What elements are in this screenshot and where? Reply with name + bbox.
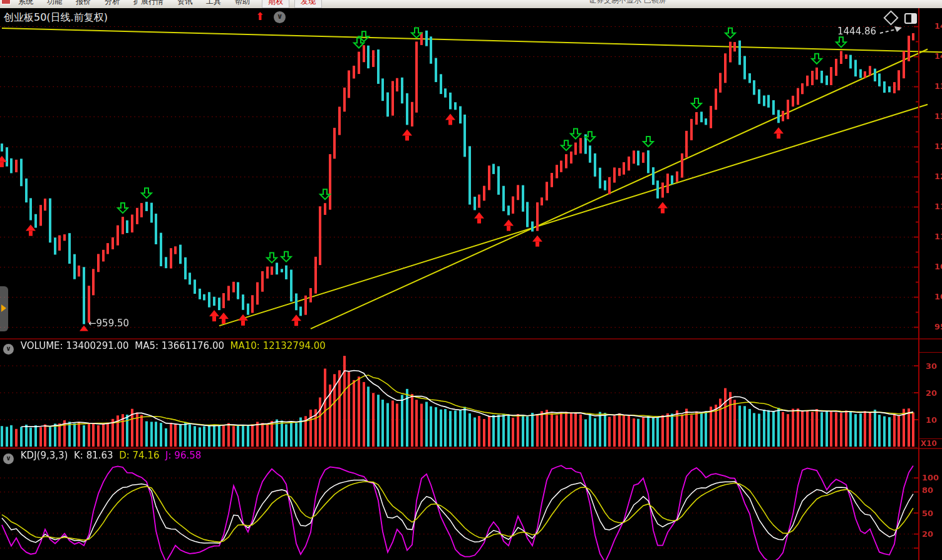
window-restore-icon[interactable] — [904, 13, 917, 24]
panel-divider — [0, 448, 942, 449]
panel-divider — [0, 338, 942, 340]
collapse-pane-icon[interactable]: ∨ — [3, 454, 14, 464]
volume-unit-label: X10 — [921, 439, 937, 448]
axis-tick-label: 1300 — [934, 111, 942, 121]
volume-pane-header: ∨ VOLUME: 13400291.00 MA5: 13661176.00 M… — [0, 340, 914, 354]
axis-tick-label: 50 — [922, 509, 933, 518]
axis-tick-label: 1350 — [934, 81, 942, 91]
axis-tick-label: 1000 — [934, 292, 942, 301]
kdj-k-label: K: — [74, 450, 83, 461]
volume-value: 13400291.00 — [66, 340, 128, 351]
axis-tick-label: 80 — [922, 485, 933, 495]
kdj-d-label: D: — [119, 450, 130, 461]
axis-tick-label: 950 — [934, 322, 942, 331]
axis-tick-label: 20 — [922, 529, 933, 539]
axis-tick-label: 1100 — [934, 232, 942, 241]
volume-label: VOLUME: — [21, 340, 63, 351]
expander-arrow-icon — [1, 304, 6, 312]
title-bar: 创业板50(日线.前复权) ⬆ ∨ — [0, 8, 942, 26]
volume-ma10-value: 12132794.00 — [263, 340, 326, 351]
menu-item[interactable]: 帮助 — [228, 0, 257, 8]
main-chart-canvas[interactable] — [0, 26, 942, 340]
axis-segment — [918, 352, 942, 353]
axis-tick-label: 1450 — [934, 21, 942, 31]
menu-item[interactable]: 扩展行情 — [127, 0, 170, 8]
diamond-tool-icon[interactable] — [883, 10, 898, 25]
volume-ma5-value: 13661176.00 — [162, 340, 224, 351]
axis-tick-label: 1150 — [934, 202, 942, 211]
menu-item[interactable]: 报价 — [69, 0, 98, 8]
menu-item[interactable]: 工具 — [199, 0, 228, 8]
kdj-d-value: 74.16 — [133, 450, 160, 461]
axis-tick-label: 100 — [922, 473, 939, 482]
price-axis-line — [918, 8, 919, 560]
volume-ma10-label: MA10: — [230, 340, 260, 351]
kdj-j-label: J: — [165, 450, 171, 461]
menu-item-red[interactable]: 期权 — [262, 0, 289, 8]
left-panel-expander[interactable] — [0, 286, 8, 331]
volume-chart-canvas[interactable] — [0, 354, 942, 449]
low-price-annotation: ←959.50 — [88, 318, 129, 329]
kdj-pane-header: ∨ KDJ(9,3,3) K: 81.63 D: 74.16 J: 96.58 — [0, 450, 914, 464]
kdj-chart-canvas[interactable] — [0, 464, 942, 560]
axis-tick-label: 1050 — [934, 262, 942, 271]
menu-item[interactable]: 系统 — [11, 0, 40, 8]
menu-right-status: 证券交易不显示·已锁屏 — [589, 0, 666, 6]
axis-tick-label: 10 — [926, 415, 937, 425]
menu-item[interactable]: 功能 — [40, 0, 69, 8]
axis-tick-label: 1200 — [934, 172, 942, 181]
kdj-k-value: 81.63 — [86, 450, 113, 461]
axis-tick-label: 1400 — [934, 51, 942, 61]
high-price-annotation: 1444.86 — [837, 26, 876, 37]
volume-ma5-label: MA5: — [135, 340, 158, 351]
collapse-chevron-icon[interactable]: ∨ — [274, 11, 286, 23]
kdj-j-value: 96.58 — [174, 450, 201, 461]
axis-tick-label: 20 — [926, 388, 937, 398]
menu-item-red[interactable]: 发现 — [294, 0, 322, 8]
collapse-pane-icon[interactable]: ∨ — [3, 344, 14, 355]
symbol-title: 创业板50(日线.前复权) — [4, 11, 108, 24]
menu-item[interactable]: 资讯 — [170, 0, 199, 8]
kdj-label: KDJ(9,3,3) — [21, 450, 68, 461]
axis-tick-label: 30 — [926, 361, 937, 371]
axis-tick-label: 1250 — [934, 142, 942, 151]
menu-item[interactable]: 分析 — [98, 0, 127, 8]
app-logo-icon — [1, 0, 11, 4]
menu-bar: 系统功能报价分析扩展行情资讯工具帮助期权发现 证券交易不显示·已锁屏 — [0, 0, 942, 9]
